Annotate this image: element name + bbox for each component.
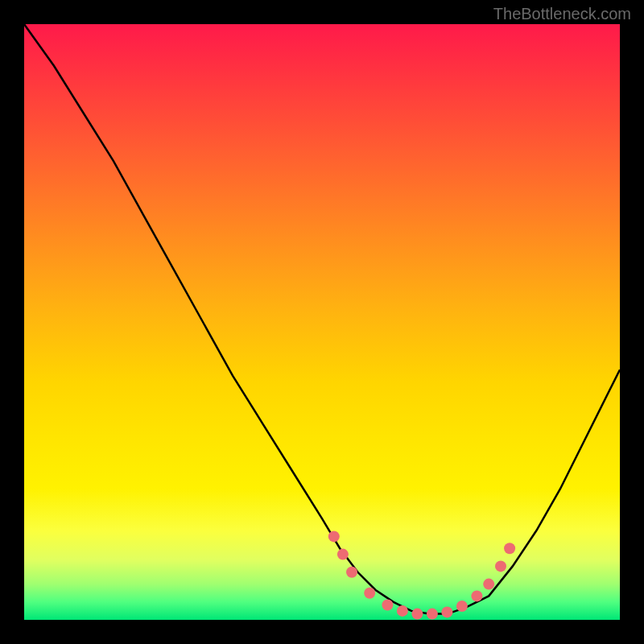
- marker-dot: [483, 579, 494, 590]
- plot-area: [24, 24, 620, 620]
- marker-dot: [456, 601, 468, 612]
- chart-svg: [24, 24, 620, 620]
- marker-dot: [504, 543, 515, 554]
- marker-dot: [495, 560, 506, 572]
- curve-markers: [328, 530, 515, 619]
- watermark-text: TheBottleneck.com: [493, 5, 631, 23]
- bottleneck-curve: [24, 24, 620, 614]
- marker-dot: [411, 609, 423, 620]
- marker-dot: [471, 590, 482, 601]
- marker-dot: [441, 606, 452, 617]
- marker-dot: [397, 605, 408, 617]
- marker-dot: [346, 567, 357, 578]
- marker-dot: [364, 588, 375, 599]
- marker-dot: [328, 530, 340, 542]
- marker-dot: [337, 549, 349, 560]
- marker-dot: [382, 600, 393, 611]
- marker-dot: [427, 609, 438, 620]
